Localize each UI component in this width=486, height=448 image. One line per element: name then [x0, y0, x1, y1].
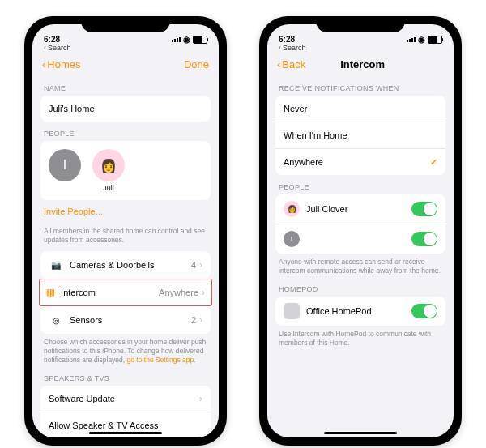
avatar: I	[284, 231, 300, 247]
homepod-icon	[284, 303, 300, 319]
battery-icon	[428, 36, 442, 44]
row-sensors[interactable]: ◎Sensors2›	[40, 306, 211, 334]
speakers-header: Speakers & TVs	[32, 366, 219, 386]
opt-when-home[interactable]: When I'm Home	[275, 122, 446, 149]
person-me[interactable]: I	[49, 149, 81, 192]
avatar: I	[49, 149, 81, 181]
home-indicator[interactable]	[324, 432, 397, 434]
sensor-icon: ◎	[49, 313, 63, 327]
chevron-left-icon: ‹	[42, 58, 45, 70]
row-software-update[interactable]: Software Update›	[40, 386, 211, 412]
members-note: All members in the shared home can contr…	[32, 223, 219, 246]
person-juli[interactable]: 👩Juli	[92, 149, 125, 192]
toggle[interactable]	[411, 202, 437, 216]
invite-people-button[interactable]: Invite People...	[32, 200, 219, 223]
wifi-icon: ◉	[183, 35, 190, 44]
home-name-field[interactable]: Juli's Home	[40, 96, 211, 122]
row-intercom[interactable]: ⦀|⦀IntercomAnywhere›	[40, 279, 211, 305]
chevron-right-icon: ›	[202, 287, 205, 298]
chevron-left-icon: ‹	[44, 44, 46, 52]
people-header: People	[32, 122, 219, 141]
phone-right: 6:28 ◉ ‹Search ‹Back Intercom Receive No…	[259, 16, 462, 446]
homepod-header: HomePod	[267, 277, 454, 297]
home-indicator[interactable]	[89, 432, 162, 434]
people-header: People	[267, 175, 454, 194]
nav-bar: ‹Homes Done	[32, 52, 219, 76]
chevron-left-icon: ‹	[277, 58, 280, 70]
chevron-right-icon: ›	[199, 314, 202, 326]
back-to-search[interactable]: ‹Search	[267, 44, 454, 52]
status-time: 6:28	[279, 35, 295, 44]
chevron-left-icon: ‹	[279, 44, 281, 52]
phone-left: 6:28 ◉ ‹Search ‹Homes Done Name Juli's H…	[24, 16, 227, 446]
done-button[interactable]: Done	[184, 58, 209, 70]
nav-bar: ‹Back Intercom	[267, 52, 454, 76]
battery-icon	[193, 36, 207, 44]
camera-icon: 📷	[49, 258, 63, 272]
name-header: Name	[32, 76, 219, 96]
people-note: Anyone with remote access can send or re…	[267, 254, 454, 277]
back-button[interactable]: ‹Back	[277, 58, 305, 70]
chevron-right-icon: ›	[199, 393, 202, 404]
nav-title: Intercom	[340, 58, 385, 70]
signal-icon	[407, 37, 416, 42]
receive-header: Receive Notifications When	[267, 76, 454, 96]
person-row-me: II	[275, 224, 446, 254]
status-time: 6:28	[44, 35, 60, 44]
notif-note: Choose which accessories in your home de…	[32, 334, 219, 366]
checkmark-icon: ✓	[430, 157, 437, 168]
people-card: I 👩Juli	[40, 141, 211, 200]
person-row-juli: 👩Juli Clover	[275, 194, 446, 224]
avatar: 👩	[92, 149, 125, 181]
opt-anywhere[interactable]: Anywhere✓	[275, 149, 446, 175]
wifi-icon: ◉	[418, 35, 425, 44]
row-cameras[interactable]: 📷Cameras & Doorbells4›	[40, 251, 211, 279]
settings-link[interactable]: go to the Settings app.	[127, 356, 196, 364]
chevron-right-icon: ›	[199, 259, 202, 271]
homepod-note: Use Intercom with HomePod to communicate…	[267, 326, 454, 349]
highlighted-row: ⦀|⦀IntercomAnywhere›	[39, 279, 212, 306]
homepod-row: Office HomePod	[275, 297, 446, 326]
avatar: 👩	[284, 201, 300, 217]
intercom-icon: ⦀|⦀	[46, 288, 54, 298]
opt-never[interactable]: Never	[275, 96, 446, 122]
signal-icon	[172, 37, 181, 42]
toggle[interactable]	[411, 304, 437, 318]
back-button[interactable]: ‹Homes	[42, 58, 81, 70]
back-to-search[interactable]: ‹Search	[32, 44, 219, 52]
toggle[interactable]	[411, 232, 437, 246]
